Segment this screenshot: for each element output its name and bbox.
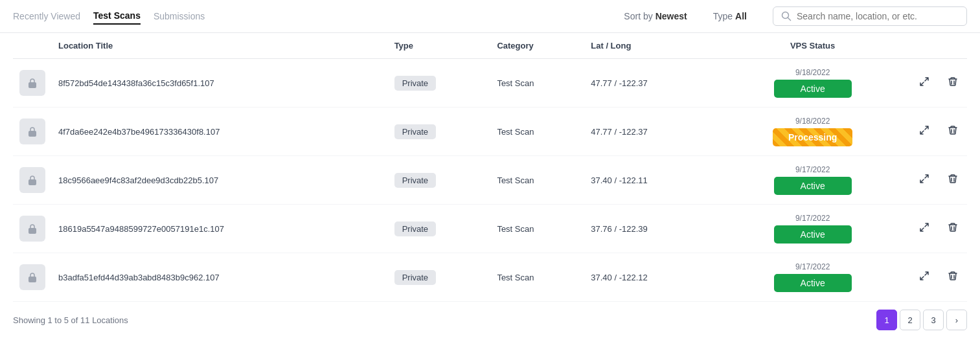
category-cell-0: Test Scan	[490, 59, 584, 108]
location-title-3: 18619a5547a9488599727e0057191e1c.107	[52, 205, 388, 253]
type-cell-2: Private	[388, 156, 491, 205]
status-button-0[interactable]: Active	[774, 80, 852, 98]
type-badge-2: Private	[394, 173, 436, 188]
nav-test-scans[interactable]: Test Scans	[93, 8, 141, 25]
expand-button-0[interactable]	[917, 74, 932, 92]
nav-recently-viewed[interactable]: Recently Viewed	[13, 8, 80, 24]
lock-icon-4	[19, 264, 45, 290]
delete-cell-2	[939, 156, 967, 205]
svg-rect-3	[28, 131, 36, 137]
delete-button-0[interactable]	[945, 74, 961, 92]
table-row: b3adfa51efd44d39ab3abd8483b9c962.107 Pri…	[13, 253, 967, 302]
status-date-4: 9/17/2022	[722, 262, 904, 271]
lock-icon-0	[19, 70, 45, 96]
table-row: 8f572bd54de143438fa36c15c3fd65f1.107 Pri…	[13, 59, 967, 108]
status-date-2: 9/17/2022	[722, 165, 904, 174]
vps-status-cell-0: 9/18/2022 Active	[715, 59, 910, 108]
sort-value[interactable]: Newest	[655, 11, 687, 21]
delete-button-4[interactable]	[945, 268, 961, 286]
lock-icon-2	[19, 167, 45, 193]
col-delete	[939, 33, 967, 59]
top-nav: Recently Viewed Test Scans Submissions S…	[0, 0, 980, 33]
expand-cell-3	[910, 205, 939, 253]
latlong-cell-1: 47.77 / -122.37	[584, 108, 715, 156]
delete-button-1[interactable]	[945, 122, 961, 141]
status-button-1[interactable]: Processing	[773, 128, 852, 146]
vps-status-cell-2: 9/17/2022 Active	[715, 156, 910, 205]
svg-rect-5	[28, 228, 36, 234]
table-container: Location Title Type Category Lat / Long …	[0, 33, 980, 302]
col-category: Category	[490, 33, 584, 59]
page-btn-3[interactable]: 3	[923, 310, 944, 330]
delete-cell-1	[939, 108, 967, 156]
col-vps-status: VPS Status	[715, 33, 910, 59]
type-cell-0: Private	[388, 59, 491, 108]
type-badge-0: Private	[394, 76, 436, 91]
type-cell-4: Private	[388, 253, 491, 302]
page-next-btn[interactable]: ›	[946, 310, 967, 330]
latlong-cell-0: 47.77 / -122.37	[584, 59, 715, 108]
expand-cell-1	[910, 108, 939, 156]
delete-cell-0	[939, 59, 967, 108]
vps-status-cell-4: 9/17/2022 Active	[715, 253, 910, 302]
showing-text: Showing 1 to 5 of 11 Locations	[13, 315, 128, 325]
category-cell-1: Test Scan	[490, 108, 584, 156]
location-title-2: 18c9566aee9f4c83af2dee9d3cdb22b5.107	[52, 156, 388, 205]
type-control: Type All	[713, 11, 747, 21]
table-row: 18619a5547a9488599727e0057191e1c.107 Pri…	[13, 205, 967, 253]
col-location-title: Location Title	[52, 33, 388, 59]
search-box	[773, 6, 967, 26]
svg-rect-2	[28, 82, 36, 88]
status-date-1: 9/18/2022	[722, 117, 904, 126]
delete-button-2[interactable]	[945, 171, 961, 189]
sort-label: Sort by	[624, 11, 652, 21]
page-btn-1[interactable]: 1	[876, 310, 897, 330]
delete-cell-4	[939, 253, 967, 302]
table-header-row: Location Title Type Category Lat / Long …	[13, 33, 967, 59]
expand-button-3[interactable]	[917, 220, 932, 238]
location-title-0: 8f572bd54de143438fa36c15c3fd65f1.107	[52, 59, 388, 108]
status-button-3[interactable]: Active	[774, 225, 852, 244]
svg-rect-6	[28, 277, 36, 282]
page-btn-2[interactable]: 2	[900, 310, 920, 330]
vps-status-cell-3: 9/17/2022 Active	[715, 205, 910, 253]
status-button-4[interactable]: Active	[774, 274, 852, 292]
pagination: 1 2 3 ›	[876, 310, 967, 330]
table-row: 4f7da6ee242e4b37be496173336430f8.107 Pri…	[13, 108, 967, 156]
svg-line-1	[788, 18, 791, 21]
type-badge-3: Private	[394, 221, 436, 236]
latlong-cell-3: 37.76 / -122.39	[584, 205, 715, 253]
nav-submissions[interactable]: Submissions	[154, 8, 205, 24]
sort-control: Sort by Newest	[624, 11, 687, 21]
lock-icon-1	[19, 119, 45, 144]
lock-cell-2	[13, 156, 52, 205]
expand-button-4[interactable]	[917, 268, 932, 286]
svg-rect-4	[28, 179, 36, 185]
type-value[interactable]: All	[735, 11, 747, 21]
delete-button-3[interactable]	[945, 220, 961, 238]
status-button-2[interactable]: Active	[774, 177, 852, 195]
search-input[interactable]	[797, 11, 959, 21]
category-cell-4: Test Scan	[490, 253, 584, 302]
latlong-cell-2: 37.40 / -122.11	[584, 156, 715, 205]
vps-status-cell-1: 9/18/2022 Processing	[715, 108, 910, 156]
delete-cell-3	[939, 205, 967, 253]
expand-button-1[interactable]	[917, 122, 932, 141]
col-type: Type	[388, 33, 491, 59]
category-cell-2: Test Scan	[490, 156, 584, 205]
category-cell-3: Test Scan	[490, 205, 584, 253]
footer: Showing 1 to 5 of 11 Locations 1 2 3 ›	[0, 302, 980, 338]
lock-cell-1	[13, 108, 52, 156]
search-icon	[781, 11, 792, 21]
locations-table: Location Title Type Category Lat / Long …	[13, 33, 967, 302]
latlong-cell-4: 37.40 / -122.12	[584, 253, 715, 302]
table-row: 18c9566aee9f4c83af2dee9d3cdb22b5.107 Pri…	[13, 156, 967, 205]
location-title-4: b3adfa51efd44d39ab3abd8483b9c962.107	[52, 253, 388, 302]
type-badge-1: Private	[394, 124, 436, 139]
type-badge-4: Private	[394, 270, 436, 285]
expand-cell-2	[910, 156, 939, 205]
expand-button-2[interactable]	[917, 171, 932, 189]
expand-cell-4	[910, 253, 939, 302]
type-cell-3: Private	[388, 205, 491, 253]
lock-cell-0	[13, 59, 52, 108]
